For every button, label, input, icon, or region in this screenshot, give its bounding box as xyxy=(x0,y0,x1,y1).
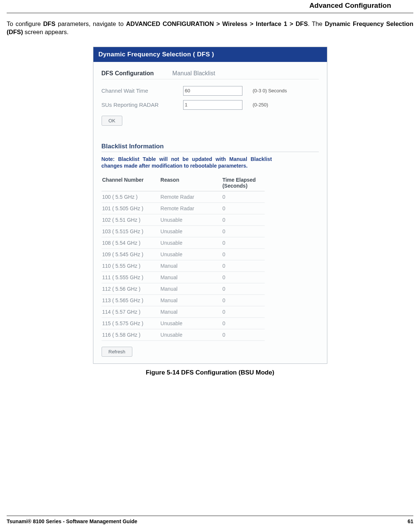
cell-reason: Manual xyxy=(160,260,222,272)
footer-page: 61 xyxy=(407,518,413,524)
ok-button[interactable]: OK xyxy=(102,116,123,126)
table-row: 109 ( 5.545 GHz )Unusable0 xyxy=(102,249,265,260)
label-sus-reporting: SUs Reporting RADAR xyxy=(102,102,183,108)
cell-channel: 103 ( 5.515 GHz ) xyxy=(102,226,160,237)
blacklist-heading: Blacklist Information xyxy=(102,143,319,152)
input-channel-wait[interactable] xyxy=(183,86,242,96)
intro-b2: ADVANCED CONFIGURATION > Wireless > Inte… xyxy=(126,20,308,27)
cell-time: 0 xyxy=(222,226,265,237)
cell-time: 0 xyxy=(222,283,265,295)
screenshot-panel: Dynamic Frequency Selection ( DFS ) DFS … xyxy=(93,47,327,364)
cell-time: 0 xyxy=(222,191,265,203)
cell-reason: Remote Radar xyxy=(160,191,222,203)
row-sus-reporting: SUs Reporting RADAR (0-250) xyxy=(102,100,319,110)
col-time: Time Elapsed (Seconds) xyxy=(222,175,265,191)
cell-time: 0 xyxy=(222,306,265,318)
cell-channel: 113 ( 5.565 GHz ) xyxy=(102,295,160,306)
cell-time: 0 xyxy=(222,203,265,214)
label-channel-wait: Channel Wait Time xyxy=(102,88,183,94)
tab-manual-blacklist[interactable]: Manual Blacklist xyxy=(172,70,215,77)
hint-sus-reporting: (0-250) xyxy=(253,102,268,108)
cell-reason: Unusable xyxy=(160,226,222,237)
table-row: 101 ( 5.505 GHz )Remote Radar0 xyxy=(102,203,265,214)
table-row: 108 ( 5.54 GHz )Unusable0 xyxy=(102,237,265,249)
page-footer: Tsunami® 8100 Series - Software Manageme… xyxy=(0,515,420,524)
cell-time: 0 xyxy=(222,260,265,272)
table-row: 110 ( 5.55 GHz )Manual0 xyxy=(102,260,265,272)
figure-caption: Figure 5-14 DFS Configuration (BSU Mode) xyxy=(7,369,413,376)
table-row: 116 ( 5.58 GHz )Unusable0 xyxy=(102,329,265,341)
blacklist-note: Note: Blacklist Table will not be update… xyxy=(102,156,272,170)
col-reason: Reason xyxy=(160,175,222,191)
cell-channel: 115 ( 5.575 GHz ) xyxy=(102,318,160,329)
table-row: 103 ( 5.515 GHz )Unusable0 xyxy=(102,226,265,237)
rule-bottom xyxy=(7,515,413,516)
cell-time: 0 xyxy=(222,237,265,249)
cell-channel: 108 ( 5.54 GHz ) xyxy=(102,237,160,249)
blacklist-table: Channel Number Reason Time Elapsed (Seco… xyxy=(102,175,265,341)
table-row: 102 ( 5.51 GHz )Unusable0 xyxy=(102,214,265,226)
intro-t2: parameters, navigate to xyxy=(55,20,126,27)
cell-channel: 100 ( 5.5 GHz ) xyxy=(102,191,160,203)
rule-top xyxy=(7,13,413,13)
cell-reason: Remote Radar xyxy=(160,203,222,214)
cell-time: 0 xyxy=(222,318,265,329)
tab-dfs-configuration[interactable]: DFS Configuration xyxy=(102,70,154,77)
cell-reason: Unusable xyxy=(160,214,222,226)
col-channel: Channel Number xyxy=(102,175,160,191)
cell-time: 0 xyxy=(222,329,265,341)
intro-b1: DFS xyxy=(43,20,55,27)
table-row: 113 ( 5.565 GHz )Manual0 xyxy=(102,295,265,306)
cell-reason: Unusable xyxy=(160,249,222,260)
row-channel-wait: Channel Wait Time (0-3 0) Seconds xyxy=(102,86,319,96)
intro-t: To configure xyxy=(7,20,43,27)
cell-reason: Unusable xyxy=(160,237,222,249)
tab-bar: DFS Configuration Manual Blacklist xyxy=(102,70,319,79)
section-header: Advanced Configuration xyxy=(7,0,413,13)
window-title: Dynamic Frequency Selection ( DFS ) xyxy=(93,47,327,62)
intro-t3: . The xyxy=(308,20,325,27)
cell-channel: 110 ( 5.55 GHz ) xyxy=(102,260,160,272)
cell-reason: Unusable xyxy=(160,318,222,329)
table-row: 114 ( 5.57 GHz )Manual0 xyxy=(102,306,265,318)
hint-channel-wait: (0-3 0) Seconds xyxy=(253,88,287,93)
cell-reason: Manual xyxy=(160,306,222,318)
table-row: 115 ( 5.575 GHz )Unusable0 xyxy=(102,318,265,329)
cell-reason: Unusable xyxy=(160,329,222,341)
intro-paragraph: To configure DFS parameters, navigate to… xyxy=(7,20,413,41)
cell-reason: Manual xyxy=(160,272,222,283)
refresh-button[interactable]: Refresh xyxy=(102,347,133,357)
cell-channel: 102 ( 5.51 GHz ) xyxy=(102,214,160,226)
cell-time: 0 xyxy=(222,249,265,260)
table-row: 100 ( 5.5 GHz )Remote Radar0 xyxy=(102,191,265,203)
cell-time: 0 xyxy=(222,214,265,226)
cell-channel: 112 ( 5.56 GHz ) xyxy=(102,283,160,295)
cell-channel: 114 ( 5.57 GHz ) xyxy=(102,306,160,318)
table-row: 112 ( 5.56 GHz )Manual0 xyxy=(102,283,265,295)
cell-channel: 109 ( 5.545 GHz ) xyxy=(102,249,160,260)
input-sus-reporting[interactable] xyxy=(183,100,242,110)
cell-channel: 116 ( 5.58 GHz ) xyxy=(102,329,160,341)
cell-reason: Manual xyxy=(160,283,222,295)
cell-time: 0 xyxy=(222,295,265,306)
cell-reason: Manual xyxy=(160,295,222,306)
table-row: 111 ( 5.555 GHz )Manual0 xyxy=(102,272,265,283)
cell-channel: 111 ( 5.555 GHz ) xyxy=(102,272,160,283)
intro-t4: screen appears. xyxy=(23,29,69,35)
cell-time: 0 xyxy=(222,272,265,283)
footer-left: Tsunami® 8100 Series - Software Manageme… xyxy=(7,518,137,524)
cell-channel: 101 ( 5.505 GHz ) xyxy=(102,203,160,214)
